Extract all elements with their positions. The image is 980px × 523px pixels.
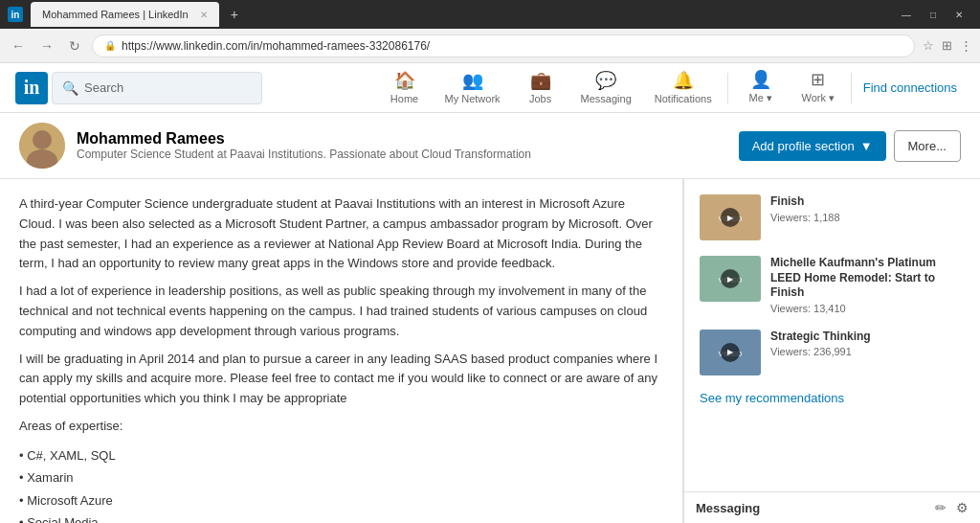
nav-jobs[interactable]: 💼 Jobs bbox=[512, 63, 569, 113]
browser-favicon: in bbox=[8, 7, 23, 22]
bio-paragraph-2: I had a lot of experience in leadership … bbox=[19, 282, 663, 341]
me-icon: 👤 bbox=[750, 69, 771, 90]
areas-of-expertise-label: Areas of expertise: bbox=[19, 417, 663, 437]
recommendation-item-1[interactable]: VIDEO ▶ Finish Viewers: 1,188 bbox=[684, 187, 980, 248]
browser-actions: ☆ ⊞ ⋮ bbox=[923, 38, 972, 53]
work-icon: ⊞ bbox=[811, 69, 825, 90]
minimize-button[interactable]: — bbox=[892, 10, 921, 20]
rec-thumbnail-3: VIDEO ▶ bbox=[700, 330, 761, 375]
rec-title-2: Michelle Kaufmann's Platinum LEED Home R… bbox=[770, 256, 965, 301]
search-icon: 🔍 bbox=[62, 80, 78, 96]
address-bar: ← → ↻ 🔒 https://www.linkedin.com/in/moha… bbox=[0, 29, 980, 63]
browser-tab-active[interactable]: Mohammed Ramees | LinkedIn ✕ bbox=[31, 2, 219, 27]
expertise-csharp: • C#, XAML, SQL bbox=[19, 444, 663, 466]
expertise-social-media: • Social Media bbox=[19, 512, 663, 523]
network-icon: 👥 bbox=[462, 70, 483, 91]
profile-name: Mohammed Ramees bbox=[77, 130, 727, 148]
bio-paragraph-3: I will be graduating in April 2014 and p… bbox=[19, 350, 663, 409]
jobs-icon: 💼 bbox=[530, 70, 551, 91]
nav-messaging[interactable]: 💬 Messaging bbox=[569, 63, 643, 113]
menu-icon[interactable]: ⋮ bbox=[960, 38, 972, 53]
rec-thumbnail-2: VIDEO ▶ bbox=[700, 256, 761, 302]
nav-work[interactable]: ⊞ Work ▾ bbox=[790, 63, 847, 113]
rec-info-2: Michelle Kaufmann's Platinum LEED Home R… bbox=[770, 256, 965, 314]
rec-thumbnail-1: VIDEO ▶ bbox=[700, 194, 761, 240]
avatar bbox=[19, 123, 65, 169]
see-recommendations-link[interactable]: See my recommendations bbox=[684, 383, 980, 413]
messaging-label: Messaging bbox=[696, 501, 760, 515]
network-label: My Network bbox=[445, 93, 501, 104]
jobs-label: Jobs bbox=[529, 93, 551, 104]
tab-title: Mohammed Ramees | LinkedIn bbox=[42, 9, 189, 20]
svg-point-1 bbox=[33, 130, 52, 149]
url-bar[interactable]: 🔒 https://www.linkedin.com/in/mohammed-r… bbox=[92, 34, 915, 57]
recommendation-item-2[interactable]: VIDEO ▶ Michelle Kaufmann's Platinum LEE… bbox=[684, 248, 980, 322]
profile-title: Computer Science Student at Paavai Insti… bbox=[77, 148, 727, 161]
messaging-bar: Messaging ✏ ⚙ bbox=[683, 491, 980, 523]
add-profile-section-button[interactable]: Add profile section ▼ bbox=[739, 131, 886, 161]
work-label: Work ▾ bbox=[801, 92, 835, 104]
url-text: https://www.linkedin.com/in/mohammed-ram… bbox=[122, 39, 430, 53]
find-connections-button[interactable]: Find connections bbox=[856, 63, 965, 113]
extensions-icon[interactable]: ⊞ bbox=[942, 38, 952, 53]
left-content: A third-year Computer Science undergradu… bbox=[0, 179, 683, 523]
search-placeholder: Search bbox=[84, 80, 123, 95]
dropdown-arrow-icon: ▼ bbox=[860, 139, 873, 153]
play-icon-2: ▶ bbox=[721, 269, 740, 288]
me-label: Me ▾ bbox=[749, 92, 772, 104]
rec-viewers-3: Viewers: 236,991 bbox=[770, 346, 965, 357]
notifications-icon: 🔔 bbox=[673, 70, 694, 91]
more-button[interactable]: More... bbox=[894, 130, 961, 162]
nav-me[interactable]: 👤 Me ▾ bbox=[732, 63, 790, 113]
compose-icon[interactable]: ✏ bbox=[935, 500, 947, 515]
rec-viewers-1: Viewers: 1,188 bbox=[770, 212, 965, 223]
play-icon-3: ▶ bbox=[721, 343, 740, 362]
linkedin-logo[interactable]: in bbox=[15, 72, 48, 104]
nav-notifications[interactable]: 🔔 Notifications bbox=[643, 63, 724, 113]
nav-divider-2 bbox=[851, 73, 852, 103]
notifications-label: Notifications bbox=[655, 93, 712, 104]
rec-info-1: Finish Viewers: 1,188 bbox=[770, 194, 965, 240]
close-button[interactable]: ✕ bbox=[946, 10, 972, 20]
expertise-list: • C#, XAML, SQL • Xamarin • Microsoft Az… bbox=[19, 444, 663, 523]
messaging-nav-label: Messaging bbox=[581, 93, 632, 104]
rec-title-1: Finish bbox=[770, 194, 965, 210]
profile-header: Mohammed Ramees Computer Science Student… bbox=[0, 113, 980, 179]
settings-icon[interactable]: ⚙ bbox=[956, 500, 969, 515]
messaging-icons: ✏ ⚙ bbox=[935, 500, 969, 515]
rec-title-3: Strategic Thinking bbox=[770, 330, 965, 345]
play-icon-1: ▶ bbox=[721, 208, 740, 227]
linkedin-navbar: in 🔍 Search 🏠 Home 👥 My Network 💼 Jobs 💬… bbox=[0, 63, 980, 113]
profile-actions: Add profile section ▼ More... bbox=[739, 130, 961, 162]
messaging-icon: 💬 bbox=[595, 70, 616, 91]
rec-viewers-2: Viewers: 13,410 bbox=[770, 303, 965, 314]
nav-network[interactable]: 👥 My Network bbox=[434, 63, 512, 113]
add-profile-section-label: Add profile section bbox=[752, 139, 855, 153]
forward-button[interactable]: → bbox=[36, 36, 57, 56]
bookmark-icon[interactable]: ☆ bbox=[923, 38, 934, 53]
expertise-azure: • Microsoft Azure bbox=[19, 489, 663, 512]
profile-info: Mohammed Ramees Computer Science Student… bbox=[77, 130, 727, 161]
right-sidebar: VIDEO ▶ Finish Viewers: 1,188 VIDEO ▶ Mi… bbox=[683, 179, 980, 523]
home-label: Home bbox=[390, 93, 418, 104]
expertise-xamarin: • Xamarin bbox=[19, 466, 663, 489]
search-box[interactable]: 🔍 Search bbox=[52, 72, 262, 104]
bio-paragraph-1: A third-year Computer Science undergradu… bbox=[19, 194, 663, 274]
rec-info-3: Strategic Thinking Viewers: 236,991 bbox=[770, 330, 965, 375]
nav-home[interactable]: 🏠 Home bbox=[376, 63, 434, 113]
recommendation-item-3[interactable]: VIDEO ▶ Strategic Thinking Viewers: 236,… bbox=[684, 322, 980, 383]
tab-close-button[interactable]: ✕ bbox=[200, 10, 208, 20]
nav-divider bbox=[727, 73, 728, 103]
back-button[interactable]: ← bbox=[8, 36, 29, 56]
maximize-button[interactable]: □ bbox=[921, 10, 946, 20]
main-layout: A third-year Computer Science undergradu… bbox=[0, 179, 980, 523]
refresh-button[interactable]: ↻ bbox=[65, 36, 84, 56]
lock-icon: 🔒 bbox=[104, 40, 116, 51]
home-icon: 🏠 bbox=[394, 70, 415, 91]
browser-title-bar: in Mohammed Ramees | LinkedIn ✕ + — □ ✕ bbox=[0, 0, 980, 29]
new-tab-button[interactable]: + bbox=[231, 7, 238, 22]
nav-items: 🏠 Home 👥 My Network 💼 Jobs 💬 Messaging 🔔… bbox=[376, 63, 965, 113]
